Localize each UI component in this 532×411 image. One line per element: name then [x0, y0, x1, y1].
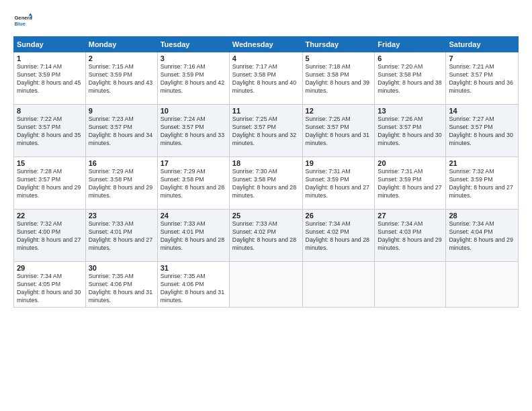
calendar-cell	[229, 262, 302, 308]
weekday-header-tuesday: Tuesday	[157, 37, 229, 52]
day-number: 11	[232, 107, 300, 115]
day-number: 18	[232, 159, 300, 167]
day-number: 21	[449, 159, 515, 167]
calendar-cell: 25 Sunrise: 7:33 AM Sunset: 4:02 PM Dayl…	[229, 210, 302, 262]
calendar-cell: 3 Sunrise: 7:16 AM Sunset: 3:59 PM Dayli…	[157, 52, 229, 105]
day-number: 9	[89, 107, 154, 115]
day-info: Sunrise: 7:26 AM Sunset: 3:57 PM Dayligh…	[378, 116, 443, 148]
day-info: Sunrise: 7:32 AM Sunset: 3:59 PM Dayligh…	[449, 168, 515, 200]
day-number: 19	[306, 159, 372, 167]
day-number: 8	[17, 107, 83, 115]
day-number: 27	[378, 212, 443, 220]
day-info: Sunrise: 7:22 AM Sunset: 3:57 PM Dayligh…	[17, 116, 83, 148]
day-number: 13	[378, 107, 443, 115]
calendar-cell: 14 Sunrise: 7:27 AM Sunset: 3:57 PM Dayl…	[446, 105, 519, 157]
calendar-cell: 30 Sunrise: 7:35 AM Sunset: 4:06 PM Dayl…	[85, 262, 157, 308]
day-info: Sunrise: 7:32 AM Sunset: 4:00 PM Dayligh…	[17, 220, 83, 253]
calendar-cell: 17 Sunrise: 7:29 AM Sunset: 3:58 PM Dayl…	[157, 157, 229, 210]
calendar-table: SundayMondayTuesdayWednesdayThursdayFrid…	[13, 36, 519, 308]
day-number: 29	[17, 264, 83, 272]
calendar-cell: 16 Sunrise: 7:29 AM Sunset: 3:58 PM Dayl…	[85, 157, 157, 210]
day-info: Sunrise: 7:33 AM Sunset: 4:01 PM Dayligh…	[161, 220, 226, 253]
day-number: 24	[161, 212, 226, 220]
day-info: Sunrise: 7:24 AM Sunset: 3:57 PM Dayligh…	[161, 116, 226, 148]
day-info: Sunrise: 7:18 AM Sunset: 3:58 PM Dayligh…	[306, 63, 372, 95]
day-number: 30	[89, 264, 154, 272]
day-number: 2	[89, 54, 154, 62]
day-number: 23	[89, 212, 154, 220]
calendar-week-5: 29 Sunrise: 7:34 AM Sunset: 4:05 PM Dayl…	[14, 262, 519, 308]
day-number: 17	[161, 159, 226, 167]
day-number: 20	[378, 159, 443, 167]
calendar-cell: 7 Sunrise: 7:21 AM Sunset: 3:57 PM Dayli…	[446, 52, 519, 105]
calendar-cell: 1 Sunrise: 7:14 AM Sunset: 3:59 PM Dayli…	[14, 52, 86, 105]
day-info: Sunrise: 7:17 AM Sunset: 3:58 PM Dayligh…	[232, 63, 300, 95]
svg-marker-2	[28, 13, 32, 15]
logo: General Blue	[13, 12, 34, 31]
calendar-cell: 23 Sunrise: 7:33 AM Sunset: 4:01 PM Dayl…	[85, 210, 157, 262]
day-info: Sunrise: 7:23 AM Sunset: 3:57 PM Dayligh…	[89, 116, 154, 148]
calendar-cell: 2 Sunrise: 7:15 AM Sunset: 3:59 PM Dayli…	[85, 52, 157, 105]
svg-text:Blue: Blue	[14, 21, 26, 27]
calendar-cell: 8 Sunrise: 7:22 AM Sunset: 3:57 PM Dayli…	[14, 105, 86, 157]
day-number: 10	[161, 107, 226, 115]
calendar-cell: 28 Sunrise: 7:34 AM Sunset: 4:04 PM Dayl…	[446, 210, 519, 262]
calendar-cell: 18 Sunrise: 7:30 AM Sunset: 3:58 PM Dayl…	[229, 157, 302, 210]
calendar-cell: 22 Sunrise: 7:32 AM Sunset: 4:00 PM Dayl…	[14, 210, 86, 262]
calendar-week-3: 15 Sunrise: 7:28 AM Sunset: 3:57 PM Dayl…	[14, 157, 519, 210]
calendar-cell: 12 Sunrise: 7:25 AM Sunset: 3:57 PM Dayl…	[302, 105, 375, 157]
day-info: Sunrise: 7:34 AM Sunset: 4:04 PM Dayligh…	[449, 220, 515, 253]
weekday-header-wednesday: Wednesday	[229, 37, 302, 52]
day-number: 7	[449, 54, 515, 62]
calendar-cell	[302, 262, 375, 308]
weekday-header-sunday: Sunday	[14, 37, 86, 52]
calendar-cell: 21 Sunrise: 7:32 AM Sunset: 3:59 PM Dayl…	[446, 157, 519, 210]
day-info: Sunrise: 7:34 AM Sunset: 4:03 PM Dayligh…	[378, 220, 443, 253]
header: General Blue	[13, 12, 519, 31]
day-number: 22	[17, 212, 83, 220]
weekday-header-row: SundayMondayTuesdayWednesdayThursdayFrid…	[14, 37, 519, 52]
day-number: 15	[17, 159, 83, 167]
day-info: Sunrise: 7:30 AM Sunset: 3:58 PM Dayligh…	[232, 168, 300, 200]
calendar-cell: 29 Sunrise: 7:34 AM Sunset: 4:05 PM Dayl…	[14, 262, 86, 308]
weekday-header-friday: Friday	[375, 37, 446, 52]
calendar-cell	[375, 262, 446, 308]
day-info: Sunrise: 7:31 AM Sunset: 3:59 PM Dayligh…	[378, 168, 443, 200]
logo-icon: General Blue	[13, 12, 32, 31]
day-info: Sunrise: 7:35 AM Sunset: 4:06 PM Dayligh…	[89, 273, 154, 305]
day-info: Sunrise: 7:29 AM Sunset: 3:58 PM Dayligh…	[161, 168, 226, 200]
day-number: 12	[306, 107, 372, 115]
day-info: Sunrise: 7:16 AM Sunset: 3:59 PM Dayligh…	[161, 63, 226, 95]
day-info: Sunrise: 7:25 AM Sunset: 3:57 PM Dayligh…	[232, 116, 300, 148]
day-info: Sunrise: 7:34 AM Sunset: 4:05 PM Dayligh…	[17, 273, 83, 305]
calendar-cell: 13 Sunrise: 7:26 AM Sunset: 3:57 PM Dayl…	[375, 105, 446, 157]
calendar-cell: 20 Sunrise: 7:31 AM Sunset: 3:59 PM Dayl…	[375, 157, 446, 210]
day-info: Sunrise: 7:31 AM Sunset: 3:59 PM Dayligh…	[306, 168, 372, 200]
day-number: 14	[449, 107, 515, 115]
day-info: Sunrise: 7:33 AM Sunset: 4:02 PM Dayligh…	[232, 220, 300, 253]
calendar-cell: 24 Sunrise: 7:33 AM Sunset: 4:01 PM Dayl…	[157, 210, 229, 262]
day-info: Sunrise: 7:21 AM Sunset: 3:57 PM Dayligh…	[449, 63, 515, 95]
calendar-cell: 4 Sunrise: 7:17 AM Sunset: 3:58 PM Dayli…	[229, 52, 302, 105]
day-number: 6	[378, 54, 443, 62]
page: General Blue SundayMondayTuesdayWednesda…	[0, 0, 532, 411]
day-number: 3	[161, 54, 226, 62]
calendar-cell	[446, 262, 519, 308]
calendar-cell: 11 Sunrise: 7:25 AM Sunset: 3:57 PM Dayl…	[229, 105, 302, 157]
day-number: 4	[232, 54, 300, 62]
calendar-cell: 26 Sunrise: 7:34 AM Sunset: 4:02 PM Dayl…	[302, 210, 375, 262]
day-number: 28	[449, 212, 515, 220]
day-info: Sunrise: 7:25 AM Sunset: 3:57 PM Dayligh…	[306, 116, 372, 148]
weekday-header-saturday: Saturday	[446, 37, 519, 52]
day-info: Sunrise: 7:14 AM Sunset: 3:59 PM Dayligh…	[17, 63, 83, 95]
calendar-cell: 9 Sunrise: 7:23 AM Sunset: 3:57 PM Dayli…	[85, 105, 157, 157]
day-number: 1	[17, 54, 83, 62]
day-number: 5	[306, 54, 372, 62]
weekday-header-thursday: Thursday	[302, 37, 375, 52]
day-info: Sunrise: 7:29 AM Sunset: 3:58 PM Dayligh…	[89, 168, 154, 200]
calendar-week-4: 22 Sunrise: 7:32 AM Sunset: 4:00 PM Dayl…	[14, 210, 519, 262]
calendar-cell: 15 Sunrise: 7:28 AM Sunset: 3:57 PM Dayl…	[14, 157, 86, 210]
day-number: 25	[232, 212, 300, 220]
day-info: Sunrise: 7:35 AM Sunset: 4:06 PM Dayligh…	[161, 273, 226, 305]
calendar-cell: 19 Sunrise: 7:31 AM Sunset: 3:59 PM Dayl…	[302, 157, 375, 210]
